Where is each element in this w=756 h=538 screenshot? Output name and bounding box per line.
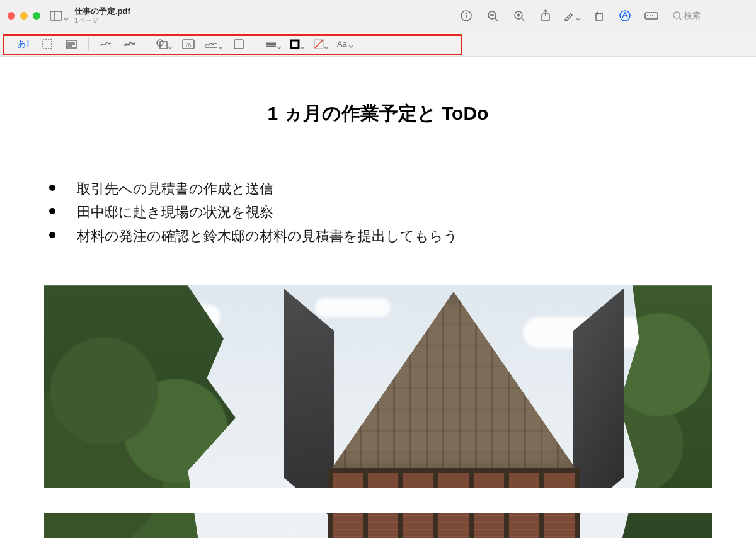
- markup-icon: [619, 9, 631, 22]
- chevron-down-icon: [576, 13, 581, 18]
- svg-line-39: [315, 40, 323, 48]
- svg-text:あ: あ: [186, 42, 192, 48]
- title-bar: 仕事の予定.pdf 1ページ: [0, 0, 756, 31]
- svg-line-9: [522, 18, 524, 21]
- border-color-tool[interactable]: [289, 36, 306, 52]
- chevron-down-icon: [348, 42, 353, 47]
- shapes-icon: [156, 39, 168, 49]
- markup-toggle-button[interactable]: [615, 6, 635, 25]
- signature-icon: [204, 40, 218, 49]
- form-fill-button[interactable]: [641, 6, 662, 25]
- redact-icon: [66, 40, 77, 49]
- list-item: 材料の発注の確認と鈴木邸の材料の見積書を提出してもらう: [44, 224, 712, 248]
- chevron-down-icon: [64, 13, 69, 18]
- shape-style-tool[interactable]: [265, 36, 282, 52]
- text-select-icon: あ: [17, 38, 26, 50]
- shapes-tool[interactable]: [156, 36, 173, 52]
- window-controls: [8, 12, 40, 20]
- zoom-out-icon: [487, 10, 498, 21]
- lineweight-icon: [265, 41, 277, 47]
- sign-tool[interactable]: [204, 36, 223, 52]
- svg-rect-23: [43, 40, 52, 49]
- rectangular-selection-tool[interactable]: [39, 36, 55, 52]
- svg-point-18: [647, 15, 648, 16]
- rect-select-icon: [42, 39, 52, 49]
- markup-toolbar: あI あ: [0, 31, 756, 57]
- zoom-out-button[interactable]: [483, 6, 503, 25]
- highlighter-icon: [563, 10, 575, 21]
- svg-rect-37: [291, 40, 299, 48]
- rotate-icon: [593, 10, 604, 21]
- list-item: 田中邸に赴き現場の状況を視察: [44, 200, 712, 224]
- chevron-down-icon: [218, 42, 223, 47]
- sketch-icon: [100, 40, 112, 49]
- svg-point-21: [673, 12, 680, 18]
- pdf-page: 1 ヵ月の作業予定と ToDo 取引先への見積書の作成と送信 田中邸に赴き現場の…: [0, 57, 756, 538]
- zoom-in-button[interactable]: [509, 6, 529, 25]
- embedded-image: [44, 285, 712, 538]
- minimize-window-button[interactable]: [20, 12, 28, 20]
- list-item: 取引先への見積書の作成と送信: [44, 177, 712, 200]
- highlight-button[interactable]: [562, 6, 582, 25]
- document-title-block: 仕事の予定.pdf 1ページ: [74, 7, 130, 25]
- note-tool[interactable]: [231, 36, 247, 52]
- svg-point-20: [652, 15, 653, 16]
- form-icon: [644, 11, 658, 21]
- draw-tool[interactable]: [122, 36, 138, 52]
- share-icon: [541, 9, 551, 22]
- text-style-label: Aa: [337, 39, 347, 49]
- chevron-down-icon: [324, 42, 329, 47]
- search-field[interactable]: [673, 11, 748, 20]
- redact-tool[interactable]: [63, 36, 79, 52]
- chevron-down-icon: [168, 42, 173, 47]
- search-input[interactable]: [684, 11, 741, 20]
- fill-color-icon: [314, 39, 324, 49]
- svg-point-4: [466, 13, 467, 13]
- chevron-down-icon: [277, 42, 282, 47]
- close-window-button[interactable]: [8, 12, 15, 20]
- info-icon: [461, 10, 472, 21]
- sketch-tool[interactable]: [98, 36, 114, 52]
- fullscreen-window-button[interactable]: [33, 12, 40, 20]
- svg-point-19: [650, 15, 651, 16]
- info-button[interactable]: [456, 6, 476, 25]
- note-icon: [234, 39, 244, 49]
- svg-line-6: [495, 18, 498, 21]
- document-filename: 仕事の予定.pdf: [74, 7, 130, 16]
- page-title: 1 ヵ月の作業予定と ToDo: [44, 101, 712, 127]
- svg-line-22: [679, 18, 681, 20]
- share-button[interactable]: [536, 6, 556, 25]
- zoom-in-icon: [513, 10, 525, 21]
- chevron-down-icon: [300, 42, 305, 47]
- border-color-icon: [290, 39, 300, 49]
- text-style-tool[interactable]: Aa: [337, 36, 353, 52]
- draw-icon: [123, 40, 136, 49]
- svg-rect-0: [50, 11, 62, 20]
- textbox-icon: あ: [182, 39, 195, 49]
- todo-list: 取引先への見積書の作成と送信 田中邸に赴き現場の状況を視察 材料の発注の確認と鈴…: [44, 177, 712, 248]
- text-selection-tool[interactable]: あI: [15, 36, 32, 52]
- sidebar-toggle-button[interactable]: [49, 6, 69, 25]
- search-icon: [673, 11, 682, 20]
- text-box-tool[interactable]: あ: [180, 36, 197, 52]
- fill-color-tool[interactable]: [313, 36, 329, 52]
- rotate-button[interactable]: [588, 6, 609, 25]
- document-viewport[interactable]: 1 ヵ月の作業予定と ToDo 取引先への見積書の作成と送信 田中邸に赴き現場の…: [0, 57, 756, 538]
- page-indicator: 1ページ: [74, 16, 130, 25]
- sidebar-icon: [50, 11, 62, 21]
- svg-rect-33: [234, 40, 243, 49]
